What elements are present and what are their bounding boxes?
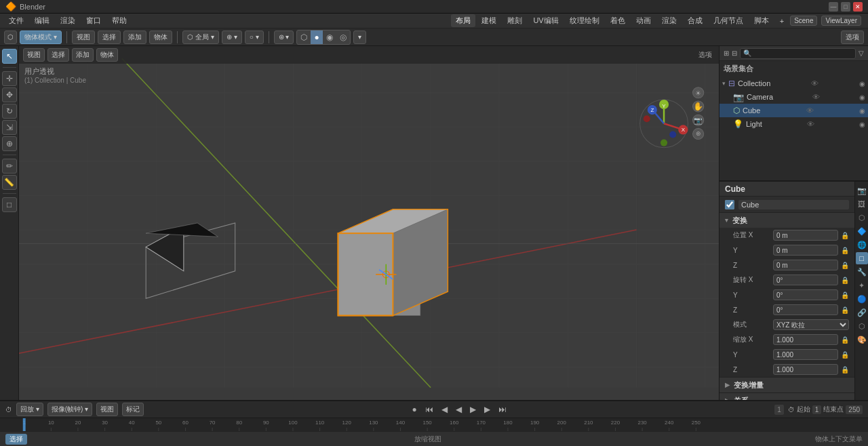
output-properties-btn[interactable]: 🖼 xyxy=(856,198,868,210)
transform-space[interactable]: ⬡ 全局 ▾ xyxy=(182,31,219,44)
select-menu[interactable]: 选择 xyxy=(98,31,121,44)
jump-start-btn[interactable]: ⏮ xyxy=(423,405,435,414)
workspace-sculpt[interactable]: 雕刻 xyxy=(502,14,527,27)
workspace-layout[interactable]: 布局 xyxy=(451,14,475,27)
outliner-search[interactable] xyxy=(740,48,856,59)
play-back-btn[interactable]: ◀ xyxy=(454,405,464,414)
scale-z-field[interactable]: 1.000 xyxy=(773,364,838,375)
location-y-field[interactable]: 0 m xyxy=(773,245,838,256)
add-cube-tool[interactable]: □ xyxy=(2,197,17,212)
material-mode[interactable]: ◉ xyxy=(323,31,336,44)
workspace-texture[interactable]: 纹理绘制 xyxy=(565,14,604,27)
outliner-filter-btn[interactable]: ▽ xyxy=(859,49,864,57)
outliner-light[interactable]: 💡 Light 👁 ◉ xyxy=(719,117,868,131)
collection-vis[interactable]: 👁 xyxy=(811,79,818,87)
location-x-field[interactable]: 0 m xyxy=(773,230,838,241)
wireframe-mode[interactable]: ⬡ xyxy=(297,31,311,44)
lock-z[interactable]: 🔒 xyxy=(841,262,849,269)
world-properties-btn[interactable]: 🌐 xyxy=(856,239,868,251)
close-button[interactable]: ✕ xyxy=(853,2,863,12)
outliner-cube[interactable]: ⬡ Cube 👁 ◉ xyxy=(719,104,868,117)
outliner-camera[interactable]: 📷 Camera 👁 ◉ xyxy=(719,90,868,104)
end-frame-value[interactable]: 250 xyxy=(846,405,863,414)
menu-render[interactable]: 渲染 xyxy=(56,14,80,27)
view-layer-properties-btn[interactable]: ⬡ xyxy=(856,211,868,224)
select-tool[interactable]: ↖ xyxy=(2,49,17,64)
vp-add-menu[interactable]: 添加 xyxy=(72,48,94,62)
workspace-modeling[interactable]: 建模 xyxy=(477,14,501,27)
physics-properties-btn[interactable]: 🔵 xyxy=(856,293,868,305)
delta-transform-header[interactable]: ▶ 变换增量 xyxy=(719,378,854,392)
shading-options[interactable]: ▾ xyxy=(353,31,366,44)
data-properties-btn[interactable]: ⬡ xyxy=(856,320,868,332)
solid-mode[interactable]: ● xyxy=(311,31,322,44)
start-frame-value[interactable]: 1 xyxy=(812,405,822,414)
current-frame-display[interactable]: 1 xyxy=(774,405,784,415)
prev-keyframe-btn[interactable]: ◀ xyxy=(439,405,450,414)
menu-help[interactable]: 帮助 xyxy=(107,14,132,27)
viewport-mode-icon[interactable]: ⬡ xyxy=(4,31,17,44)
workspace-render[interactable]: 渲染 xyxy=(657,14,682,27)
rotation-mode-select[interactable]: XYZ 欧拉 xyxy=(773,319,849,330)
transform-tool[interactable]: ⊕ xyxy=(2,136,17,151)
workspace-animation[interactable]: 动画 xyxy=(631,14,656,27)
select-btn-right[interactable]: 选项 xyxy=(841,31,864,44)
scale-lock-y[interactable]: 🔒 xyxy=(841,351,849,359)
workspace-scripting[interactable]: 脚本 xyxy=(749,14,774,27)
annotate-tool[interactable]: ✏ xyxy=(2,159,17,174)
constraints-properties-btn[interactable]: 🔗 xyxy=(856,306,868,319)
jump-end-btn[interactable]: ⏭ xyxy=(496,405,509,414)
view-menu[interactable]: 视图 xyxy=(72,31,95,44)
cube-sel[interactable]: ◉ xyxy=(859,107,865,115)
view-btn[interactable]: 视图 xyxy=(96,403,118,416)
play-btn[interactable]: ▶ xyxy=(468,405,478,414)
light-sel[interactable]: ◉ xyxy=(859,121,865,128)
rot-lock-x[interactable]: 🔒 xyxy=(841,277,849,284)
scene-properties-btn[interactable]: 🔷 xyxy=(856,225,868,237)
maximize-button[interactable]: □ xyxy=(841,2,850,12)
transform-section-header[interactable]: ▾ 变换 xyxy=(719,213,854,228)
vp-select-menu[interactable]: 选择 xyxy=(47,48,69,62)
viewport-3d[interactable]: 视图 选择 添加 物体 选项 xyxy=(19,46,719,400)
scale-tool[interactable]: ⇲ xyxy=(2,120,17,135)
outliner-collection[interactable]: ▾ ⊟ Collection 👁 ◉ xyxy=(719,77,868,90)
particles-properties-btn[interactable]: ✦ xyxy=(856,279,868,291)
scale-lock-z[interactable]: 🔒 xyxy=(841,366,849,373)
scale-y-field[interactable]: 1.000 xyxy=(773,349,838,360)
material-properties-btn[interactable]: 🎨 xyxy=(856,333,868,346)
timeline-ruler[interactable]: 1 10 20 30 40 50 60 70 80 90 100 110 120 xyxy=(0,418,868,431)
camera-vis[interactable]: 👁 xyxy=(812,93,820,101)
rotation-y-field[interactable]: 0° xyxy=(773,289,838,300)
move-tool[interactable]: ✥ xyxy=(2,87,17,102)
workspace-add[interactable]: + xyxy=(775,16,789,26)
menu-file[interactable]: 文件 xyxy=(4,14,28,27)
lock-y[interactable]: 🔒 xyxy=(841,247,849,254)
view-layer-selector[interactable]: ViewLayer xyxy=(821,16,861,26)
add-menu[interactable]: 添加 xyxy=(123,31,146,44)
cube-vis[interactable]: 👁 xyxy=(806,106,814,115)
light-vis[interactable]: 👁 xyxy=(807,120,814,128)
scene-selector[interactable]: Scene xyxy=(790,16,817,26)
workspace-geometry-nodes[interactable]: 几何节点 xyxy=(709,14,748,27)
workspace-uv[interactable]: UV编辑 xyxy=(528,14,563,27)
scale-lock-x[interactable]: 🔒 xyxy=(841,336,849,344)
render-mode[interactable]: ◎ xyxy=(336,31,350,44)
collection-expand[interactable]: ▾ xyxy=(722,80,726,87)
lock-x[interactable]: 🔒 xyxy=(841,232,849,239)
proportional-btn[interactable]: ○ ▾ xyxy=(245,31,264,44)
location-z-field[interactable]: 0 m xyxy=(773,260,838,270)
vp-view-menu[interactable]: 视图 xyxy=(23,48,45,62)
marker-btn[interactable]: 报像(帧钟) ▾ xyxy=(47,403,92,416)
relations-header[interactable]: ▶ 关系 xyxy=(719,393,854,400)
camera-sel[interactable]: ◉ xyxy=(859,94,865,101)
rot-lock-y[interactable]: 🔒 xyxy=(841,291,849,299)
measure-tool[interactable]: 📏 xyxy=(2,175,17,190)
next-keyframe-btn[interactable]: ▶ xyxy=(482,405,492,414)
object-visibility-check[interactable] xyxy=(725,200,734,209)
rot-lock-z[interactable]: 🔒 xyxy=(841,306,849,314)
rotate-tool[interactable]: ↻ xyxy=(2,104,17,119)
cursor-tool[interactable]: ✛ xyxy=(2,71,17,86)
rotation-z-field[interactable]: 0° xyxy=(773,304,838,315)
scale-x-field[interactable]: 1.000 xyxy=(773,334,838,345)
menu-window[interactable]: 窗口 xyxy=(81,14,106,27)
